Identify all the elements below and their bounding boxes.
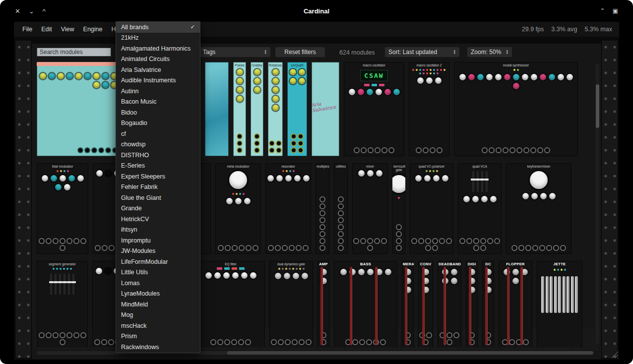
- module-card[interactable]: keyframer/mixer: [506, 163, 571, 254]
- brand-menu-item[interactable]: Mog: [116, 310, 200, 321]
- module-card[interactable]: modal synthesizer: [454, 62, 578, 156]
- brand-menu-item[interactable]: Rackwindows: [116, 342, 200, 353]
- keep-above-icon[interactable]: ⌃: [600, 8, 605, 14]
- brand-menu-item[interactable]: DISTRHO: [116, 150, 200, 161]
- brand-menu-item[interactable]: Autinn: [116, 86, 200, 97]
- maximize-icon[interactable]: ▣: [613, 8, 618, 14]
- module-card[interactable]: BASS: [334, 261, 397, 347]
- menubar-item-view[interactable]: View: [57, 24, 79, 35]
- module-card[interactable]: quad VC-polarizer: [410, 163, 453, 254]
- brand-menu-item[interactable]: Animated Circuits: [116, 54, 200, 65]
- brand-menu-item[interactable]: cf: [116, 128, 200, 139]
- big-knob: [530, 171, 548, 189]
- module-card[interactable]: macro oscillatorCSAW: [344, 62, 404, 156]
- menubar-item-file[interactable]: File: [18, 24, 37, 35]
- module-card[interactable]: Rotatoes: [268, 62, 283, 156]
- module-card[interactable]: Grabby: [251, 62, 263, 156]
- module-card[interactable]: multiples: [316, 163, 329, 254]
- brand-menu-item[interactable]: Expert Sleepers: [116, 171, 200, 182]
- module-card[interactable]: Pokies: [233, 62, 246, 156]
- module-card[interactable]: Aria Salvatrice: [312, 62, 339, 156]
- port-row: [510, 244, 567, 254]
- module-card[interactable]: segment generator: [37, 261, 88, 347]
- module-name: Pokies: [233, 62, 246, 67]
- brand-menu-item[interactable]: Bacon Music: [116, 97, 200, 108]
- module-card[interactable]: mixer: [352, 163, 388, 254]
- brand-menu-item[interactable]: Aria Salvatrice: [116, 64, 200, 75]
- window-controls-right: ⌃ ▣: [600, 8, 618, 14]
- brand-menu-item[interactable]: Lomas: [116, 278, 200, 289]
- brand-menu-item[interactable]: Impromptu: [116, 235, 200, 246]
- module-card[interactable]: DC: [482, 261, 494, 347]
- module-name: BASS: [334, 261, 397, 267]
- horizontal-scrollbar-thumb[interactable]: [227, 351, 593, 355]
- port-row: [251, 132, 263, 156]
- tags-select[interactable]: Tags ▲▼: [199, 47, 270, 57]
- brand-menu-item[interactable]: Bogaudio: [116, 118, 200, 129]
- module-card[interactable]: UnQuaR: [287, 62, 307, 156]
- module-card[interactable]: utilities: [334, 163, 348, 254]
- brand-menu-item[interactable]: Little Utils: [116, 267, 200, 278]
- module-card[interactable]: meta modulator: [215, 163, 261, 254]
- zoom-select[interactable]: Zoom: 50% ▲▼: [467, 47, 512, 57]
- module-card[interactable]: tidal modulator: [37, 163, 88, 254]
- close-icon[interactable]: ✕: [15, 8, 20, 14]
- brand-menu-item[interactable]: mscHack: [116, 320, 200, 331]
- module-card[interactable]: [205, 62, 229, 156]
- led-row: [398, 197, 400, 199]
- patch-cable: [469, 267, 471, 345]
- brand-menu-item[interactable]: Glue the Giant: [116, 192, 200, 203]
- module-card[interactable]: bernoulli gate: [392, 163, 405, 254]
- module-card[interactable]: EQ filter: [196, 261, 265, 347]
- module-card[interactable]: CONV: [418, 261, 433, 347]
- sort-select-label: Sort: Last updated: [388, 49, 437, 56]
- brand-menu-item[interactable]: All brands✓: [116, 22, 200, 33]
- knob-group: [225, 196, 252, 206]
- sort-select[interactable]: Sort: Last updated ▲▼: [385, 47, 459, 57]
- search-input[interactable]: [37, 48, 111, 57]
- big-knob: [229, 171, 247, 189]
- brand-menu-item[interactable]: E-Series: [116, 161, 200, 172]
- vertical-scrollbar-thumb[interactable]: [596, 84, 599, 128]
- roll-up-icon[interactable]: ^: [43, 8, 46, 14]
- brand-menu-item[interactable]: HetrickCV: [116, 214, 200, 225]
- port-row: [481, 146, 551, 156]
- module-card[interactable]: FLOPPER: [499, 261, 532, 347]
- zoom-select-label: Zoom: 50%: [471, 49, 501, 56]
- module-card[interactable]: macro oscillator 2: [409, 62, 449, 156]
- knob-group: [454, 72, 578, 91]
- roll-down-icon[interactable]: ⌄: [29, 8, 34, 14]
- brand-menu-item[interactable]: Prism: [116, 331, 200, 342]
- led-row: [411, 69, 447, 74]
- titlebar: ✕ ⌄ ^ Cardinal ⌃ ▣: [0, 0, 633, 22]
- module-card[interactable]: AMP: [317, 261, 329, 347]
- module-card[interactable]: quad VCA: [458, 163, 502, 254]
- port-row: [209, 338, 252, 347]
- brand-menu-item[interactable]: LifeFormModular: [116, 256, 200, 267]
- brand-menu-item[interactable]: ihtsyn: [116, 225, 200, 236]
- module-card[interactable]: DEADBAND: [438, 261, 461, 347]
- brand-menu-item[interactable]: LyraeModules: [116, 289, 200, 300]
- menubar-item-engine[interactable]: Engine: [79, 24, 107, 35]
- brand-menu-item[interactable]: Fehler Fabrik: [116, 182, 200, 193]
- module-card[interactable]: MERA: [402, 261, 414, 347]
- knob-group: [251, 67, 263, 95]
- port-row: [268, 139, 283, 156]
- brand-menu-item[interactable]: chowdsp: [116, 139, 200, 150]
- reset-filters-button[interactable]: Reset filters: [275, 47, 325, 57]
- brand-menu-item[interactable]: Audible Instruments: [116, 75, 200, 86]
- brand-menu-item[interactable]: MindMeld: [116, 299, 200, 310]
- module-card[interactable]: JETTE: [537, 261, 582, 347]
- port-row: [458, 237, 502, 254]
- brand-menu-item[interactable]: Bidoo: [116, 107, 200, 118]
- brand-menu-item[interactable]: JW-Modules: [116, 246, 200, 257]
- brand-menu-item[interactable]: 21kHz: [116, 33, 200, 44]
- menubar-item-edit[interactable]: Edit: [37, 24, 57, 35]
- module-card[interactable]: DIGI: [466, 261, 478, 347]
- brand-menu-item[interactable]: Grande: [116, 203, 200, 214]
- module-card[interactable]: dual dynamics gate: [269, 261, 313, 347]
- big-knob: [392, 175, 405, 193]
- brand-menu-item[interactable]: Amalgamated Harmonics: [116, 43, 200, 54]
- module-name: CONV: [418, 261, 433, 267]
- module-card[interactable]: resonator: [265, 163, 311, 254]
